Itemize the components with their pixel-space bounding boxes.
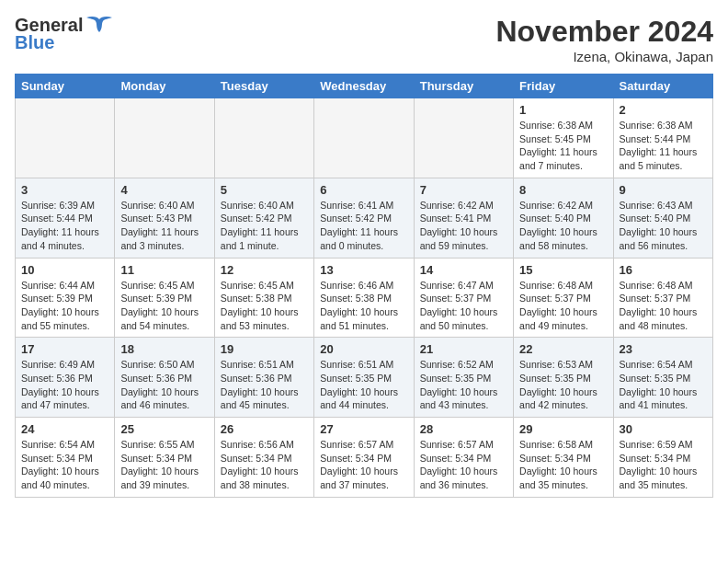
- calendar-cell: 5Sunrise: 6:40 AMSunset: 5:42 PMDaylight…: [214, 178, 313, 258]
- day-number: 7: [420, 183, 507, 197]
- day-number: 10: [21, 263, 108, 277]
- month-title: November 2024: [495, 15, 713, 49]
- calendar-day-header-sunday: Sunday: [16, 75, 115, 98]
- calendar-week-row: 17Sunrise: 6:49 AMSunset: 5:36 PMDayligh…: [16, 338, 713, 418]
- calendar-cell: 4Sunrise: 6:40 AMSunset: 5:43 PMDaylight…: [115, 178, 214, 258]
- calendar-cell: 29Sunrise: 6:58 AMSunset: 5:34 PMDayligh…: [514, 418, 613, 498]
- calendar-cell: 13Sunrise: 6:46 AMSunset: 5:38 PMDayligh…: [314, 258, 414, 338]
- day-number: 12: [221, 263, 308, 277]
- day-info: Sunrise: 6:42 AMSunset: 5:40 PMDaylight:…: [519, 199, 607, 253]
- day-number: 8: [519, 183, 607, 197]
- title-area: November 2024 Izena, Okinawa, Japan: [495, 15, 713, 64]
- calendar-cell: 20Sunrise: 6:51 AMSunset: 5:35 PMDayligh…: [314, 338, 414, 418]
- day-info: Sunrise: 6:42 AMSunset: 5:41 PMDaylight:…: [420, 199, 507, 253]
- day-info: Sunrise: 6:53 AMSunset: 5:35 PMDaylight:…: [519, 358, 607, 412]
- calendar-week-row: 10Sunrise: 6:44 AMSunset: 5:39 PMDayligh…: [16, 258, 713, 338]
- day-number: 29: [519, 422, 607, 436]
- calendar-cell: 2Sunrise: 6:38 AMSunset: 5:44 PMDaylight…: [613, 98, 712, 178]
- calendar-cell: 15Sunrise: 6:48 AMSunset: 5:37 PMDayligh…: [514, 258, 613, 338]
- day-info: Sunrise: 6:44 AMSunset: 5:39 PMDaylight:…: [21, 279, 108, 333]
- calendar-cell: 3Sunrise: 6:39 AMSunset: 5:44 PMDaylight…: [16, 178, 115, 258]
- calendar-cell: 30Sunrise: 6:59 AMSunset: 5:34 PMDayligh…: [613, 418, 712, 498]
- day-info: Sunrise: 6:54 AMSunset: 5:35 PMDaylight:…: [620, 358, 707, 412]
- calendar-cell: 8Sunrise: 6:42 AMSunset: 5:40 PMDaylight…: [514, 178, 613, 258]
- calendar-cell: 6Sunrise: 6:41 AMSunset: 5:42 PMDaylight…: [314, 178, 414, 258]
- calendar-cell: 17Sunrise: 6:49 AMSunset: 5:36 PMDayligh…: [16, 338, 115, 418]
- day-number: 27: [320, 422, 407, 436]
- day-info: Sunrise: 6:52 AMSunset: 5:35 PMDaylight:…: [420, 358, 507, 412]
- day-number: 6: [320, 183, 407, 197]
- calendar-cell: 28Sunrise: 6:57 AMSunset: 5:34 PMDayligh…: [414, 418, 513, 498]
- calendar-cell: 16Sunrise: 6:48 AMSunset: 5:37 PMDayligh…: [613, 258, 712, 338]
- day-number: 2: [620, 103, 707, 117]
- day-number: 21: [420, 342, 507, 356]
- day-info: Sunrise: 6:45 AMSunset: 5:39 PMDaylight:…: [120, 279, 208, 333]
- day-info: Sunrise: 6:40 AMSunset: 5:43 PMDaylight:…: [120, 199, 208, 253]
- day-info: Sunrise: 6:58 AMSunset: 5:34 PMDaylight:…: [519, 438, 607, 492]
- calendar-cell: 10Sunrise: 6:44 AMSunset: 5:39 PMDayligh…: [16, 258, 115, 338]
- day-info: Sunrise: 6:48 AMSunset: 5:37 PMDaylight:…: [620, 279, 707, 333]
- calendar-cell: 25Sunrise: 6:55 AMSunset: 5:34 PMDayligh…: [115, 418, 214, 498]
- day-info: Sunrise: 6:38 AMSunset: 5:44 PMDaylight:…: [620, 119, 707, 173]
- logo-bird-icon: [86, 16, 112, 36]
- day-number: 4: [120, 183, 208, 197]
- day-number: 13: [320, 263, 407, 277]
- day-info: Sunrise: 6:43 AMSunset: 5:40 PMDaylight:…: [620, 199, 707, 253]
- calendar-cell: 14Sunrise: 6:47 AMSunset: 5:37 PMDayligh…: [414, 258, 513, 338]
- day-info: Sunrise: 6:49 AMSunset: 5:36 PMDaylight:…: [21, 358, 108, 412]
- day-number: 23: [620, 342, 707, 356]
- calendar-day-header-wednesday: Wednesday: [314, 75, 414, 98]
- day-number: 26: [221, 422, 308, 436]
- location-title: Izena, Okinawa, Japan: [495, 49, 713, 64]
- day-info: Sunrise: 6:51 AMSunset: 5:35 PMDaylight:…: [320, 358, 407, 412]
- logo-blue-text: Blue: [15, 32, 54, 53]
- calendar-day-header-saturday: Saturday: [613, 75, 712, 98]
- calendar-cell: 26Sunrise: 6:56 AMSunset: 5:34 PMDayligh…: [214, 418, 313, 498]
- calendar-cell: [115, 98, 214, 178]
- calendar-cell: 12Sunrise: 6:45 AMSunset: 5:38 PMDayligh…: [214, 258, 313, 338]
- day-number: 15: [519, 263, 607, 277]
- calendar-cell: [16, 98, 115, 178]
- calendar-table: SundayMondayTuesdayWednesdayThursdayFrid…: [15, 74, 713, 498]
- day-info: Sunrise: 6:56 AMSunset: 5:34 PMDaylight:…: [221, 438, 308, 492]
- day-info: Sunrise: 6:46 AMSunset: 5:38 PMDaylight:…: [320, 279, 407, 333]
- page-header: General Blue November 2024 Izena, Okinaw…: [15, 15, 713, 64]
- day-number: 16: [620, 263, 707, 277]
- day-number: 25: [120, 422, 208, 436]
- calendar-day-header-thursday: Thursday: [414, 75, 513, 98]
- day-info: Sunrise: 6:39 AMSunset: 5:44 PMDaylight:…: [21, 199, 108, 253]
- day-number: 5: [221, 183, 308, 197]
- day-info: Sunrise: 6:40 AMSunset: 5:42 PMDaylight:…: [221, 199, 308, 253]
- calendar-week-row: 1Sunrise: 6:38 AMSunset: 5:45 PMDaylight…: [16, 98, 713, 178]
- day-info: Sunrise: 6:45 AMSunset: 5:38 PMDaylight:…: [221, 279, 308, 333]
- calendar-cell: [214, 98, 313, 178]
- day-number: 11: [120, 263, 208, 277]
- day-info: Sunrise: 6:47 AMSunset: 5:37 PMDaylight:…: [420, 279, 507, 333]
- calendar-cell: 19Sunrise: 6:51 AMSunset: 5:36 PMDayligh…: [214, 338, 313, 418]
- day-info: Sunrise: 6:51 AMSunset: 5:36 PMDaylight:…: [221, 358, 308, 412]
- calendar-cell: 11Sunrise: 6:45 AMSunset: 5:39 PMDayligh…: [115, 258, 214, 338]
- day-info: Sunrise: 6:57 AMSunset: 5:34 PMDaylight:…: [420, 438, 507, 492]
- day-info: Sunrise: 6:48 AMSunset: 5:37 PMDaylight:…: [519, 279, 607, 333]
- calendar-header-row: SundayMondayTuesdayWednesdayThursdayFrid…: [16, 75, 713, 98]
- day-info: Sunrise: 6:50 AMSunset: 5:36 PMDaylight:…: [120, 358, 208, 412]
- calendar-day-header-monday: Monday: [115, 75, 214, 98]
- day-number: 24: [21, 422, 108, 436]
- day-info: Sunrise: 6:38 AMSunset: 5:45 PMDaylight:…: [519, 119, 607, 173]
- day-number: 19: [221, 342, 308, 356]
- calendar-day-header-tuesday: Tuesday: [214, 75, 313, 98]
- calendar-cell: [314, 98, 414, 178]
- calendar-cell: 18Sunrise: 6:50 AMSunset: 5:36 PMDayligh…: [115, 338, 214, 418]
- day-info: Sunrise: 6:54 AMSunset: 5:34 PMDaylight:…: [21, 438, 108, 492]
- calendar-week-row: 24Sunrise: 6:54 AMSunset: 5:34 PMDayligh…: [16, 418, 713, 498]
- calendar-cell: [414, 98, 513, 178]
- calendar-cell: 23Sunrise: 6:54 AMSunset: 5:35 PMDayligh…: [613, 338, 712, 418]
- day-number: 18: [120, 342, 208, 356]
- calendar-cell: 24Sunrise: 6:54 AMSunset: 5:34 PMDayligh…: [16, 418, 115, 498]
- day-number: 30: [620, 422, 707, 436]
- day-number: 20: [320, 342, 407, 356]
- day-info: Sunrise: 6:57 AMSunset: 5:34 PMDaylight:…: [320, 438, 407, 492]
- day-info: Sunrise: 6:55 AMSunset: 5:34 PMDaylight:…: [120, 438, 208, 492]
- day-info: Sunrise: 6:59 AMSunset: 5:34 PMDaylight:…: [620, 438, 707, 492]
- day-number: 28: [420, 422, 507, 436]
